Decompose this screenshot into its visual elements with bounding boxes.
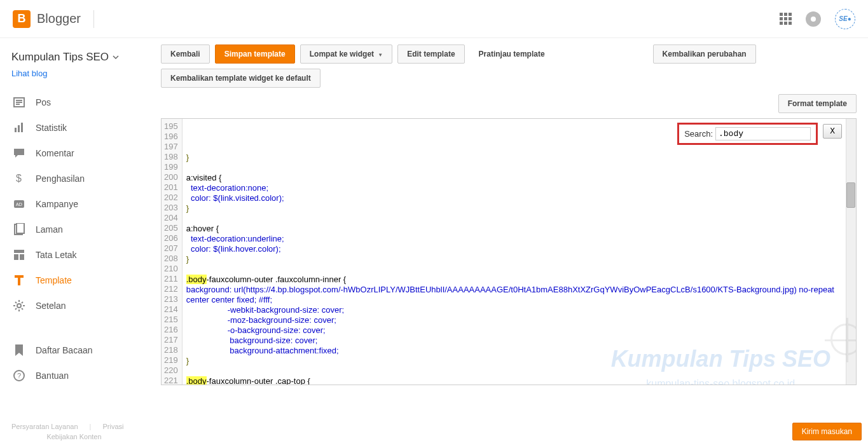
sidebar-item-label: Komentar <box>36 148 74 158</box>
save-template-button[interactable]: Simpan template <box>215 44 295 64</box>
template-icon <box>11 273 27 288</box>
layout-icon <box>11 247 27 262</box>
sidebar-item-laman[interactable]: Laman <box>11 217 156 242</box>
preview-template-button[interactable]: Pratinjau template <box>470 45 554 63</box>
sidebar-item-pos[interactable]: Pos <box>11 90 156 115</box>
settings-icon <box>11 298 27 313</box>
campaigns-icon: AD <box>11 196 27 212</box>
earnings-icon: $ <box>11 171 27 186</box>
svg-rect-4 <box>15 128 17 132</box>
code-editor[interactable]: Search: X 195196197198199200201202203204… <box>161 118 857 385</box>
view-blog-link[interactable]: Lihat blog <box>11 69 156 78</box>
app-header: B Blogger SE● <box>0 0 868 38</box>
posts-icon <box>11 95 27 110</box>
nav-extra: Daftar Bacaan ?Bantuan <box>11 337 156 388</box>
search-label: Search: <box>684 129 713 139</box>
blogger-logo-icon: B <box>13 10 31 28</box>
avatar[interactable]: SE● <box>835 9 855 29</box>
search-input[interactable] <box>715 127 811 140</box>
sidebar-item-penghasilan[interactable]: $Penghasilan <box>11 166 156 191</box>
sidebar-item-template[interactable]: Template <box>11 268 156 293</box>
sidebar-item-label: Pos <box>36 97 51 107</box>
notifications-icon[interactable] <box>806 11 821 27</box>
sidebar-item-statistik[interactable]: Statistik <box>11 115 156 140</box>
blog-name: Kumpulan Tips SEO <box>11 51 109 64</box>
back-button[interactable]: Kembali <box>161 44 210 64</box>
comments-icon <box>11 146 27 161</box>
svg-rect-12 <box>14 250 24 253</box>
sidebar-item-help[interactable]: ?Bantuan <box>11 363 156 388</box>
sidebar-item-label: Template <box>36 275 72 285</box>
sidebar-item-label: Kampanye <box>36 199 78 209</box>
sidebar-item-readinglist[interactable]: Daftar Bacaan <box>11 337 156 363</box>
nav-list: Pos Statistik Komentar $Penghasilan ADKa… <box>11 90 156 318</box>
apps-grid-icon[interactable] <box>780 13 792 25</box>
sidebar-item-komentar[interactable]: Komentar <box>11 140 156 166</box>
stats-icon <box>11 120 27 135</box>
sidebar-item-setelan[interactable]: Setelan <box>11 293 156 318</box>
help-icon: ? <box>11 368 27 383</box>
template-toolbar: Kembali Simpan template Lompat ke widget… <box>156 38 862 94</box>
svg-rect-14 <box>20 254 24 260</box>
sidebar-item-label: Laman <box>36 224 63 235</box>
terms-link[interactable]: Persyaratan Layanan <box>11 423 78 430</box>
sidebar-item-label: Daftar Bacaan <box>36 345 93 355</box>
sidebar: Kumpulan Tips SEO Lihat blog Pos Statist… <box>0 38 156 443</box>
svg-text:AD: AD <box>16 202 22 207</box>
jump-widget-button[interactable]: Lompat ke widget <box>300 44 392 64</box>
brand-name: Blogger <box>37 11 81 26</box>
svg-rect-6 <box>21 123 23 132</box>
sidebar-item-label: Setelan <box>36 301 65 311</box>
code-area[interactable]: Kumpulan Tips SEO kumpulan-tips-seo.blog… <box>183 119 856 385</box>
sidebar-item-kampanye[interactable]: ADKampanye <box>11 191 156 217</box>
footer-links: Persyaratan Layanan | Privasi Kebijakan … <box>11 416 156 443</box>
main-content: Kembali Simpan template Lompat ke widget… <box>156 38 868 443</box>
search-overlay: Search: <box>677 123 818 145</box>
line-gutter: 1951961971981992002012022032042052062072… <box>162 119 183 385</box>
bookmark-icon <box>11 343 27 358</box>
revert-changes-button[interactable]: Kembalikan perubahan <box>653 44 756 64</box>
header-divider <box>93 10 94 28</box>
search-close-button[interactable]: X <box>823 124 842 139</box>
blog-selector[interactable]: Kumpulan Tips SEO <box>11 51 156 64</box>
svg-text:$: $ <box>16 173 22 184</box>
sidebar-item-label: Statistik <box>36 123 67 133</box>
svg-rect-11 <box>17 223 24 233</box>
pages-icon <box>11 222 27 237</box>
svg-rect-5 <box>18 125 20 132</box>
privacy-link[interactable]: Privasi <box>102 423 123 430</box>
chevron-down-icon <box>113 54 119 60</box>
send-feedback-button[interactable]: Kirim masukan <box>792 423 862 440</box>
sidebar-item-tatalayout[interactable]: Tata Letak <box>11 242 156 268</box>
sidebar-item-label: Bantuan <box>36 371 69 381</box>
sidebar-item-label: Penghasilan <box>36 174 85 184</box>
svg-rect-13 <box>14 254 18 260</box>
sidebar-item-label: Tata Letak <box>36 250 77 260</box>
format-template-button[interactable]: Format template <box>778 94 857 113</box>
svg-text:?: ? <box>17 372 21 379</box>
revert-default-button[interactable]: Kembalikan template widget ke default <box>161 69 320 88</box>
edit-template-button[interactable]: Edit template <box>397 44 464 64</box>
svg-point-15 <box>17 304 21 308</box>
content-policy-link[interactable]: Kebijakan Konten <box>46 433 101 440</box>
